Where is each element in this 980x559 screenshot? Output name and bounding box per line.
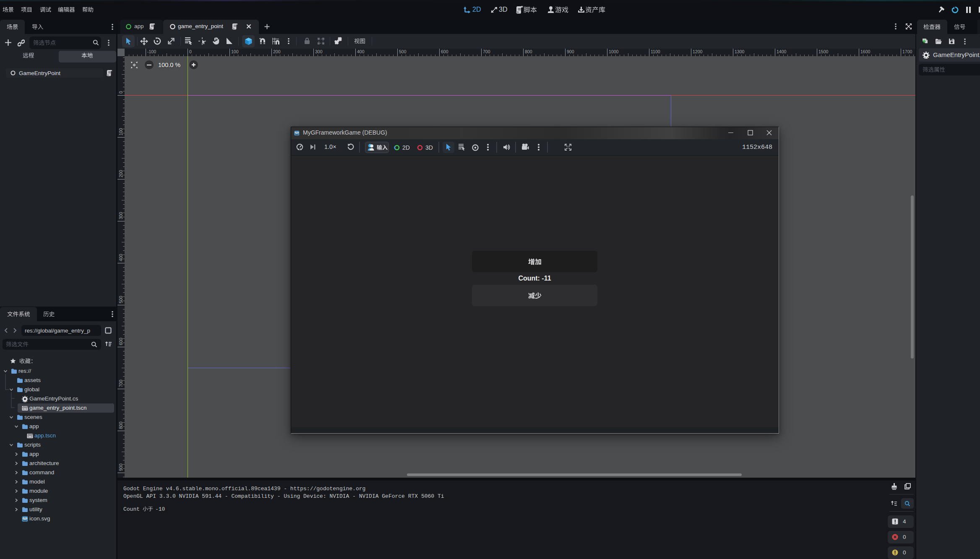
svg-text:cs: cs bbox=[924, 56, 928, 59]
